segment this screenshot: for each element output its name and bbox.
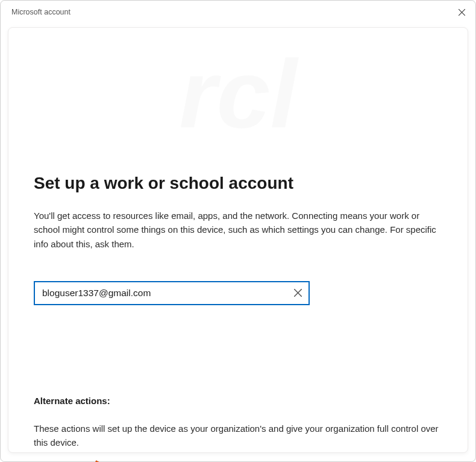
- page-description: You'll get access to resources like emai…: [34, 209, 442, 251]
- dialog-window: Microsoft account rcl Set up a work or s…: [0, 0, 476, 462]
- titlebar: Microsoft account: [1, 1, 475, 24]
- alternate-actions-heading: Alternate actions:: [34, 396, 442, 406]
- clear-icon: [294, 289, 302, 297]
- watermark: rcl: [34, 39, 442, 150]
- page-title: Set up a work or school account: [34, 174, 442, 193]
- email-field[interactable]: [34, 281, 310, 305]
- arrow-annotation-icon: [77, 459, 106, 462]
- alternate-actions-description: These actions will set up the device as …: [34, 422, 442, 450]
- close-icon: [459, 9, 465, 16]
- window-title: Microsoft account: [11, 8, 70, 16]
- email-input-wrapper: [34, 281, 310, 305]
- content-card: rcl Set up a work or school account You'…: [8, 27, 468, 453]
- close-button[interactable]: [448, 1, 475, 24]
- clear-input-button[interactable]: [290, 286, 305, 300]
